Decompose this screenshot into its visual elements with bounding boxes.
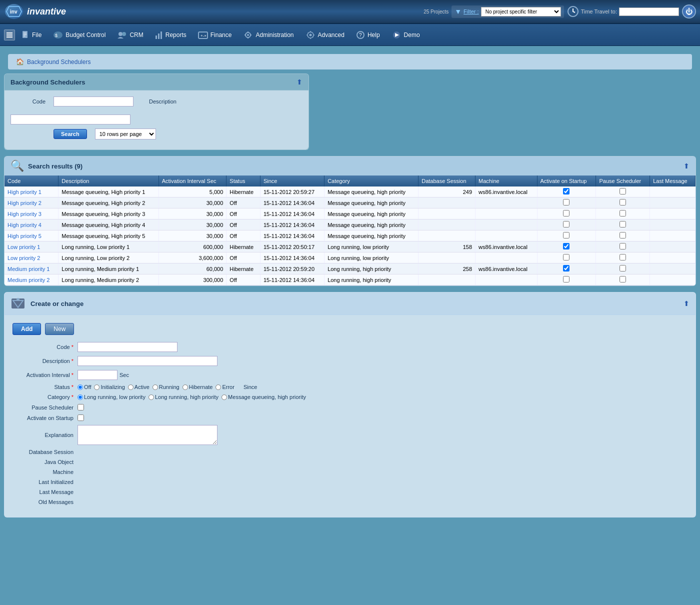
cell-since: 15-11-2012 20:59:20 [260,264,324,274]
category-low-option[interactable]: Long running, low priority [78,394,146,400]
pause-scheduler-cb[interactable] [620,265,626,272]
pause-scheduler-cb[interactable] [620,188,626,194]
cell-last-message [650,274,696,286]
cell-last-message [650,264,696,274]
main-content: 🏠 Background Schedulers Background Sched… [0,46,700,522]
activate-startup-cb[interactable] [563,188,570,194]
create-title: Create or change [30,300,84,308]
cell-category: Long running, low priority [324,242,418,252]
code-link[interactable]: Low priority 2 [8,255,40,261]
code-link[interactable]: High priority 2 [8,200,42,206]
activate-startup-cb[interactable] [563,276,570,282]
rows-per-page-select[interactable]: 10 rows per page 20 rows per page 50 row… [95,128,156,140]
add-button[interactable]: Add [12,323,41,335]
filter-select[interactable]: No project specific filter [481,7,561,16]
nav-file-label: File [32,32,42,38]
cell-pause-scheduler [596,208,650,220]
code-link[interactable]: Medium priority 2 [8,277,50,283]
cell-description: Message queueing, High priority 3 [58,208,158,220]
nav-item-file[interactable]: File [16,28,46,42]
code-input[interactable] [54,96,134,106]
nav-item-advanced[interactable]: Advanced [300,28,350,42]
cell-pause-scheduler [596,252,650,264]
table-row[interactable]: Low priority 1Long running, Low priority… [4,242,696,252]
results-table: Code Description Activation Interval Sec… [4,176,696,286]
logo-icon: inv [4,2,24,20]
create-header[interactable]: Create or change ⬆ [4,292,696,315]
sidebar-toggle[interactable] [4,30,15,40]
time-travel-input[interactable] [619,8,679,16]
status-error-option[interactable]: Error [216,384,234,390]
nav-item-help[interactable]: ? Help [350,28,385,42]
activate-startup-checkbox[interactable] [78,414,84,421]
pause-scheduler-cb[interactable] [620,210,626,216]
cell-pause-scheduler [596,242,650,252]
activate-startup-cb[interactable] [563,221,570,228]
pause-scheduler-checkbox[interactable] [78,404,84,410]
activation-interval-input[interactable] [78,370,118,380]
code-link[interactable]: Low priority 1 [8,244,40,250]
nav-budget-label: Budget Control [66,32,106,38]
nav-item-finance[interactable]: +-× Finance [192,28,237,42]
nav-item-reports[interactable]: Reports [150,28,192,42]
search-panel-header[interactable]: Background Schedulers ⬆ [4,74,308,90]
cell-code: High priority 1 [4,186,58,198]
cell-activate-startup [537,252,596,264]
nav-item-crm[interactable]: CRM [112,28,148,42]
code-link[interactable]: High priority 4 [8,222,42,228]
search-button[interactable]: Search [54,129,87,139]
code-link[interactable]: High priority 5 [8,233,42,239]
pause-scheduler-cb[interactable] [620,276,626,282]
svg-rect-5 [6,36,12,38]
new-button[interactable]: New [45,323,74,335]
svg-rect-14 [156,36,157,39]
filter-area: ▼ Filter : No project specific filter [452,6,564,18]
explanation-textarea[interactable] [78,425,218,445]
results-header[interactable]: 🔍 Search results (9) ⬆ [4,156,696,176]
pause-scheduler-cb[interactable] [620,221,626,228]
filter-link[interactable]: Filter : [464,8,479,14]
create-section-icon [10,296,26,310]
table-row[interactable]: High priority 5Message queueing, High pr… [4,230,696,242]
power-button[interactable]: ⏻ [682,4,696,18]
activate-startup-cb[interactable] [563,199,570,206]
pause-scheduler-cb[interactable] [620,243,626,250]
table-row[interactable]: High priority 2Message queueing, High pr… [4,198,696,208]
status-active-option[interactable]: Active [128,384,150,390]
pause-scheduler-cb[interactable] [620,254,626,260]
table-row[interactable]: Medium priority 2Long running, Medium pr… [4,274,696,286]
code-link[interactable]: High priority 3 [8,211,42,217]
activate-startup-cb[interactable] [563,254,570,260]
status-running-option[interactable]: Running [152,384,180,390]
code-link[interactable]: Medium priority 1 [8,266,50,272]
cell-category: Message queueing, high priority [324,220,418,230]
table-row[interactable]: High priority 3Message queueing, High pr… [4,208,696,220]
description-field-input[interactable] [78,356,218,366]
pause-scheduler-cb[interactable] [620,199,626,206]
description-input[interactable] [10,114,130,124]
table-row[interactable]: Medium priority 1Long running, Medium pr… [4,264,696,274]
results-wrapper: 🔍 Search results (9) ⬆ Code Description … [4,156,696,286]
table-row[interactable]: Low priority 2Long running, Low priority… [4,252,696,264]
nav-item-admin[interactable]: Administration [238,28,298,42]
code-field-input[interactable] [78,342,178,352]
activate-startup-cb[interactable] [563,243,570,250]
old-messages-label: Old Messages [12,499,78,505]
cell-db-session [418,230,476,242]
home-icon: 🏠 [16,58,24,66]
nav-item-budget[interactable]: $ Budget Control [48,28,110,42]
table-row[interactable]: High priority 1Message queueing, High pr… [4,186,696,198]
category-high-option[interactable]: Long running, high priority [148,394,218,400]
pause-scheduler-cb[interactable] [620,232,626,238]
activate-startup-cb[interactable] [563,210,570,216]
status-off-option[interactable]: Off [78,384,91,390]
code-link[interactable]: High priority 1 [8,189,42,195]
category-message-option[interactable]: Message queueing, high priority [222,394,306,400]
status-hibernate-option[interactable]: Hibernate [182,384,213,390]
table-row[interactable]: High priority 4Message queueing, High pr… [4,220,696,230]
nav-item-demo[interactable]: Demo [386,28,425,42]
activate-startup-cb[interactable] [563,232,570,238]
activate-startup-cb[interactable] [563,265,570,272]
status-initializing-option[interactable]: Initializing [94,384,124,390]
status-field-row: Status * Off Initializing Active Running… [12,384,688,390]
